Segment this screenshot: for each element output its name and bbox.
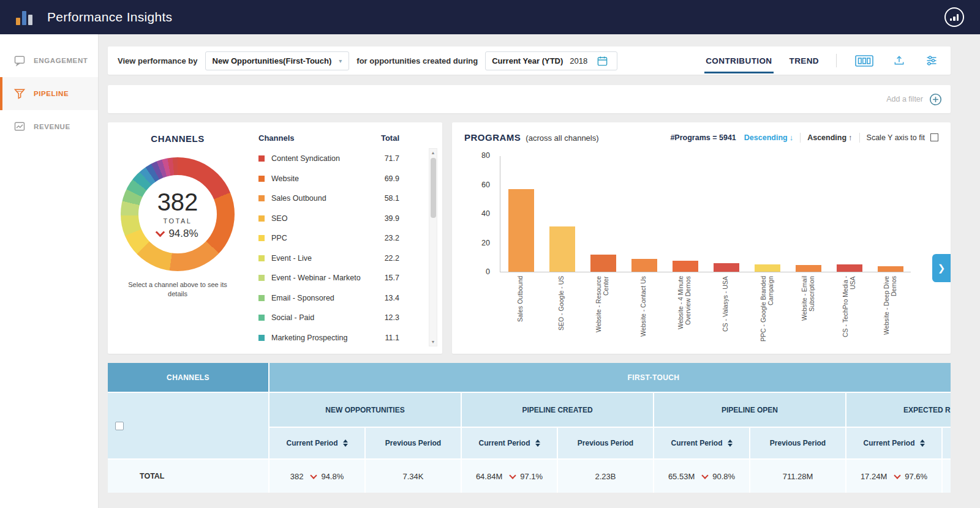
- label-slot: Sales Outbound: [500, 276, 541, 348]
- scroll-up-icon[interactable]: ▲: [431, 149, 435, 157]
- donut-delta: 94.8%: [157, 228, 198, 240]
- channel-row[interactable]: Event - Webinar - Marketo15.7: [257, 268, 424, 288]
- channel-swatch: [258, 255, 265, 261]
- program-bar[interactable]: [878, 266, 903, 272]
- program-bar[interactable]: [590, 255, 616, 272]
- program-bar[interactable]: [796, 265, 821, 272]
- program-bar-label: CS - TechPro Media - USA: [842, 276, 856, 348]
- scale-y-axis-checkbox[interactable]: [930, 133, 938, 141]
- bar-slot: [624, 259, 665, 272]
- pipeline-funnel-icon: [13, 88, 26, 100]
- channels-scrollbar[interactable]: ▲ ▼: [429, 148, 437, 346]
- created-during-label: for opportunities created during: [356, 56, 478, 65]
- channel-row[interactable]: Event - Live22.2: [257, 248, 424, 269]
- channel-swatch: [258, 215, 265, 222]
- channel-value: 11.1: [385, 334, 399, 342]
- table-col-current-period[interactable]: Current Period: [462, 428, 557, 458]
- table-group-header: PIPELINE CREATED: [462, 393, 653, 427]
- sidebar-item-revenue[interactable]: REVENUE: [0, 110, 98, 143]
- sort-icon[interactable]: [535, 439, 540, 447]
- channels-donut[interactable]: 382 TOTAL 94.8%: [121, 157, 235, 271]
- table-group-header: PIPELINE OPEN: [654, 393, 845, 427]
- sidebar-item-engagement[interactable]: ENGAGEMENT: [0, 44, 98, 77]
- table-col-current-period[interactable]: Current Period: [654, 428, 749, 458]
- scrollbar-thumb[interactable]: [431, 158, 436, 218]
- table-total-value: 38294.8%: [270, 460, 364, 493]
- sidebar: ENGAGEMENTPIPELINEREVENUE: [0, 34, 99, 508]
- period-value: Current Year (YTD): [492, 56, 563, 65]
- sort-icon[interactable]: [920, 439, 925, 447]
- metric-value: 382: [290, 472, 304, 481]
- sort-icon[interactable]: [728, 439, 733, 447]
- programs-chart: 020406080 Sales OutboundSEO - Google - U…: [500, 156, 911, 348]
- table-col-current-period[interactable]: Current Period: [846, 428, 941, 458]
- scroll-down-icon[interactable]: ▼: [431, 338, 435, 346]
- mode-tabs: CONTRIBUTION TREND: [704, 48, 941, 73]
- sort-icon[interactable]: [343, 439, 348, 447]
- period-picker[interactable]: Current Year (YTD) 2018: [485, 51, 617, 70]
- program-bar[interactable]: [714, 263, 739, 272]
- tab-trend[interactable]: TREND: [788, 48, 821, 73]
- channel-row[interactable]: Content Syndication71.7: [257, 149, 424, 169]
- metric-value: 7.34K: [403, 472, 424, 481]
- table-header-first-touch: FIRST-TOUCH: [270, 363, 951, 392]
- program-bar[interactable]: [508, 189, 534, 272]
- channel-name: Website: [271, 174, 385, 183]
- channel-row[interactable]: PPC23.2: [257, 228, 424, 248]
- metric-value: 64.84M: [476, 472, 502, 481]
- y-tick-label: 60: [481, 181, 490, 189]
- channel-swatch: [258, 295, 265, 301]
- y-tick-label: 80: [481, 151, 490, 160]
- channel-row[interactable]: Website69.9: [257, 169, 424, 189]
- revenue-chart-icon: [13, 121, 26, 133]
- table-col-previous-period[interactable]: Previous Period: [943, 428, 951, 458]
- select-all-checkbox[interactable]: [115, 422, 124, 430]
- program-bar[interactable]: [549, 226, 575, 272]
- donut-center: 382 TOTAL 94.8%: [121, 157, 235, 271]
- label-slot: Website - 4 Minute Overview Demos: [664, 276, 705, 348]
- current-period-label: Current Period: [863, 439, 914, 447]
- channel-name: Email - Sponsored: [271, 294, 385, 302]
- channel-row[interactable]: Social - Paid12.3: [257, 308, 424, 328]
- program-bar[interactable]: [673, 261, 698, 272]
- main-content: View performance by New Opportunities(Fi…: [99, 34, 980, 508]
- delta-value: 97.6%: [905, 472, 927, 481]
- sidebar-item-pipeline[interactable]: PIPELINE: [0, 77, 98, 110]
- table-col-previous-period[interactable]: Previous Period: [558, 428, 653, 458]
- value-wrap: 38294.8%: [290, 472, 344, 481]
- bar-slot: [788, 265, 829, 272]
- channel-value: 39.9: [385, 214, 399, 223]
- channel-row[interactable]: Sales Outbound58.1: [257, 189, 424, 209]
- value-wrap: 711.28M: [783, 472, 813, 481]
- channel-row[interactable]: Marketing Prospecting11.1: [257, 328, 424, 348]
- channel-swatch: [258, 315, 265, 321]
- add-filter-button[interactable]: [929, 93, 942, 106]
- settings-sliders-icon[interactable]: [922, 54, 941, 67]
- sort-descending-link[interactable]: Descending↓: [744, 133, 793, 142]
- export-icon[interactable]: [891, 54, 908, 67]
- program-bar[interactable]: [755, 264, 780, 272]
- table-col-previous-period[interactable]: Previous Period: [750, 428, 845, 458]
- channel-row[interactable]: Email - Sponsored13.4: [257, 288, 424, 308]
- channel-swatch: [258, 275, 265, 281]
- program-bar[interactable]: [837, 264, 862, 272]
- period-year: 2018: [570, 56, 587, 65]
- channel-row[interactable]: SEO39.9: [257, 209, 424, 229]
- arrow-up-icon: ↑: [848, 133, 853, 142]
- card-layout-icon[interactable]: [853, 55, 876, 67]
- program-bar[interactable]: [631, 259, 657, 272]
- table-col-previous-period[interactable]: Previous Period: [366, 428, 461, 458]
- delta-value: 97.1%: [520, 472, 543, 481]
- channel-value: 69.9: [385, 174, 399, 183]
- channel-value: 23.2: [385, 234, 399, 242]
- tab-contribution[interactable]: CONTRIBUTION: [704, 48, 773, 73]
- table-col-current-period[interactable]: Current Period: [270, 428, 364, 458]
- view-by-dropdown[interactable]: New Opportunities(First-Touch) ▾: [205, 51, 350, 70]
- app-header: Performance Insights: [0, 0, 980, 34]
- next-page-button[interactable]: ❯: [932, 254, 951, 282]
- sort-ascending-link[interactable]: Ascending↑: [807, 133, 852, 142]
- reports-circle-icon[interactable]: [944, 7, 964, 27]
- programs-header: PROGRAMS (across all channels) #Programs…: [464, 132, 938, 143]
- y-tick-label: 40: [481, 209, 490, 218]
- bar-slot: [500, 189, 541, 272]
